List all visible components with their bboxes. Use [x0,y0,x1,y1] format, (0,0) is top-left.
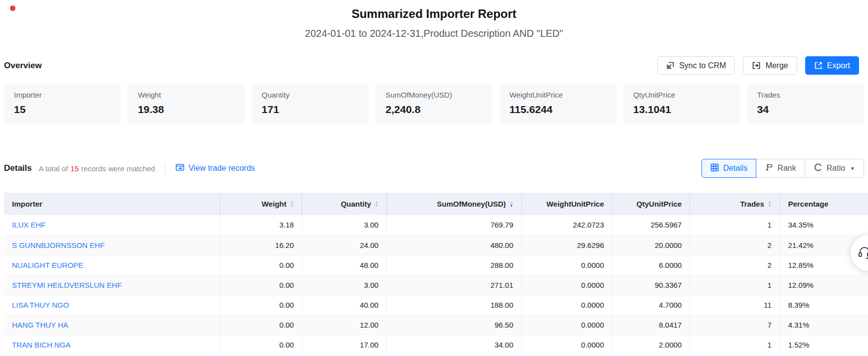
cell-quantity: 3.00 [302,275,387,295]
table-row: LISA THUY NGO0.0040.00188.000.00004.7000… [4,295,868,315]
column-label: SumOfMoney(USD) [437,200,506,208]
column-header-trades[interactable]: Trades▲▼ [690,193,780,215]
cell-weightunitprice: 29.6296 [521,235,612,255]
stat-label: SumOfMoney(USD) [385,91,482,99]
importer-link[interactable]: HANG THUY HA [12,321,68,329]
cell-importer: TRAN BICH NGA [4,335,220,355]
cell-weight: 3.18 [220,215,302,235]
cell-qtyunitprice: 6.0000 [612,255,690,275]
view-trade-records-link[interactable]: View trade records [175,163,255,173]
cell-weight: 0.00 [220,275,302,295]
column-label: Percentage [788,200,829,208]
cell-weightunitprice: 0.0000 [521,275,612,295]
cell-weight: 0.00 [220,255,302,275]
column-label: WeightUnitPrice [546,200,604,208]
importer-link[interactable]: LISA THUY NGO [12,301,69,309]
cell-trades: 11 [690,295,780,315]
cell-importer: STREYMI HEILDVERSLUN EHF [4,275,220,295]
headset-icon [851,245,868,260]
stat-label: QtyUnitPrice [633,91,730,99]
tab-ratio[interactable]: Ratio ▼ [805,159,864,178]
column-label: Quantity [341,200,371,208]
overview-cards: Importer15Weight19.38Quantity171SumOfMon… [4,83,864,124]
column-header-weightunitprice: WeightUnitPrice [521,193,612,215]
sync-to-crm-button[interactable]: Sync to CRM [657,56,735,75]
rank-flag-icon [765,163,773,174]
importer-link[interactable]: STREYMI HEILDVERSLUN EHF [12,281,122,289]
cell-quantity: 17.00 [302,335,387,355]
cell-percentage: 8.39% [780,295,868,315]
cell-weight: 0.00 [220,335,302,355]
cell-weightunitprice: 0.0000 [521,335,612,355]
column-header-qtyunitprice: QtyUnitPrice [612,193,690,215]
sort-carets-icon: ▲▼ [290,201,294,208]
importer-link[interactable]: TRAN BICH NGA [12,341,71,349]
table-row: ILUX EHF3.183.00769.79242.0723256.596713… [4,215,868,235]
importer-link[interactable]: NUALIGHT EUROPE [12,261,83,269]
overview-heading: Overview [4,61,42,71]
matched-count: 15 [68,164,81,173]
cell-importer: S GUNNBJORNSSON EHF [4,235,220,255]
column-label: Trades [740,200,764,208]
column-label: Importer [12,200,42,208]
cell-importer: ILUX EHF [4,215,220,235]
stat-value: 19.38 [138,104,234,116]
cell-percentage: 34.35% [780,215,868,235]
cell-weight: 16.20 [220,235,302,255]
cell-qtyunitprice: 20.0000 [612,235,690,255]
divider [165,164,166,173]
sync-import-icon [666,61,675,70]
stat-card-weightunitprice: WeightUnitPrice115.6244 [500,83,616,124]
cell-qtyunitprice: 2.0000 [612,335,690,355]
export-icon [814,61,823,70]
stat-label: Weight [138,91,234,99]
cell-trades: 1 [690,335,780,355]
column-header-importer: Importer [4,193,220,215]
importer-link[interactable]: S GUNNBJORNSSON EHF [12,241,105,249]
cell-sumofmoney-usd: 769.79 [387,215,521,235]
table-row: HANG THUY HA0.0012.0096.500.00008.041774… [4,315,868,335]
cell-importer: LISA THUY NGO [4,295,220,315]
cell-trades: 1 [690,215,780,235]
column-header-weight[interactable]: Weight▲▼ [220,193,302,215]
cell-quantity: 24.00 [302,235,387,255]
cell-sumofmoney-usd: 96.50 [387,315,521,335]
sort-carets-icon: ▲▼ [768,201,772,208]
stat-value: 34 [757,104,854,116]
cell-qtyunitprice: 256.5967 [612,215,690,235]
merge-icon [752,61,761,70]
stat-label: Quantity [262,91,358,99]
export-button[interactable]: Export [805,56,859,75]
table-row: STREYMI HEILDVERSLUN EHF0.003.00271.010.… [4,275,868,295]
table-body: ILUX EHF3.183.00769.79242.0723256.596713… [4,215,868,355]
cell-sumofmoney-usd: 34.00 [387,335,521,355]
importer-link[interactable]: ILUX EHF [12,221,46,229]
cell-weight: 0.00 [220,315,302,335]
cell-percentage: 1.52% [780,335,868,355]
cell-trades: 2 [690,255,780,275]
stat-card-importer: Importer15 [4,83,121,124]
stat-value: 2,240.8 [385,104,482,116]
cell-sumofmoney-usd: 288.00 [387,255,521,275]
cell-sumofmoney-usd: 271.01 [387,275,521,295]
column-header-quantity[interactable]: Quantity▲▼ [302,193,387,215]
tab-details[interactable]: Details [701,159,756,178]
column-label: QtyUnitPrice [637,200,682,208]
cell-importer: HANG THUY HA [4,315,220,335]
cell-sumofmoney-usd: 188.00 [387,295,521,315]
cell-sumofmoney-usd: 480.00 [387,235,521,255]
cell-trades: 1 [690,275,780,295]
details-bar: Details A total of15records were matched… [4,159,864,178]
stat-card-trades: Trades34 [747,83,864,124]
column-label: Weight [262,200,287,208]
tab-rank[interactable]: Rank [756,159,805,178]
cell-quantity: 3.00 [302,215,387,235]
chevron-down-icon: ▼ [850,166,855,171]
cell-percentage: 4.31% [780,315,868,335]
sort-carets-icon: ▲▼ [374,201,378,208]
cell-quantity: 48.00 [302,255,387,275]
merge-button[interactable]: Merge [743,56,797,75]
stat-label: Trades [757,91,854,99]
cell-weight: 0.00 [220,295,302,315]
column-header-sumofmoney-usd[interactable]: SumOfMoney(USD)▲▼ [387,193,521,215]
